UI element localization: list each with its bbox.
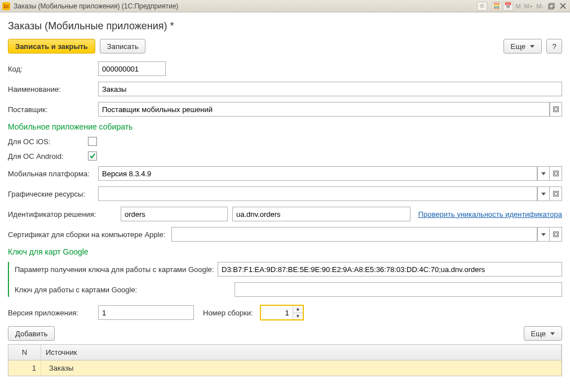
spinner-up-icon[interactable]: ▲ <box>293 306 303 313</box>
write-button[interactable]: Записать <box>100 39 146 54</box>
platform-open-button[interactable] <box>550 166 562 181</box>
platform-dropdown-button[interactable] <box>537 166 550 181</box>
mem-m: M <box>515 3 520 10</box>
cell-n: 1 <box>8 360 41 376</box>
google-key-input[interactable] <box>235 282 562 297</box>
favorite-icon[interactable]: ☆ <box>477 2 487 11</box>
graphics-label: Графические ресурсы: <box>8 190 98 198</box>
build-number-label: Номер сборки: <box>203 309 253 317</box>
name-input[interactable] <box>98 82 562 96</box>
svg-rect-7 <box>554 172 557 175</box>
help-button[interactable]: ? <box>546 39 562 54</box>
vendor-input[interactable] <box>98 102 550 117</box>
google-param-label: Параметр получения ключа для работы с ка… <box>15 265 218 274</box>
add-source-button[interactable]: Добавить <box>8 326 55 341</box>
sources-more-button[interactable]: Еще <box>524 326 562 341</box>
build-number-input[interactable] <box>261 306 293 319</box>
window-restore-icon[interactable] <box>546 2 556 11</box>
svg-rect-0 <box>549 5 553 9</box>
write-and-close-button[interactable]: Записать и закрыть <box>8 39 95 54</box>
page-title: Заказы (Мобильные приложения) * <box>8 20 562 32</box>
sources-table: N Источник 1 Заказы <box>8 344 562 376</box>
window-title: Заказы (Мобильные приложения) (1С:Предпр… <box>14 2 178 10</box>
svg-rect-10 <box>553 232 558 237</box>
titlebar: 1c Заказы (Мобильные приложения) (1С:Пре… <box>0 0 570 12</box>
apple-cert-open-button[interactable] <box>550 227 562 242</box>
android-label: Для ОС Android: <box>8 152 88 161</box>
google-key-label: Ключ для работы с картами Google: <box>15 286 218 294</box>
more-button[interactable]: Еще <box>503 39 542 54</box>
apple-cert-dropdown-button[interactable] <box>537 227 550 242</box>
col-header-n[interactable]: N <box>8 345 41 360</box>
mem-mplus: M+ <box>524 3 533 10</box>
apple-cert-label: Сертификат для сборки на компьютере Appl… <box>8 230 171 239</box>
cell-source: Заказы <box>41 360 562 376</box>
check-uniqueness-link[interactable]: Проверить уникальность идентификатора <box>418 210 562 219</box>
platform-input[interactable] <box>98 166 537 181</box>
mem-mminus: M- <box>536 3 544 10</box>
graphics-input[interactable] <box>98 186 537 201</box>
app-version-label: Версия приложения: <box>8 309 98 317</box>
svg-rect-8 <box>553 191 558 197</box>
window-close-icon[interactable] <box>558 2 568 11</box>
calendar-icon[interactable]: 📅 <box>503 2 513 11</box>
form-toolbar: Записать и закрыть Записать Еще ? <box>8 39 562 54</box>
svg-rect-11 <box>554 233 557 236</box>
code-label: Код: <box>8 65 98 73</box>
spinner-down-icon[interactable]: ▼ <box>293 313 303 320</box>
ios-label: Для ОС iOS: <box>8 137 88 146</box>
app-version-input[interactable] <box>98 305 194 320</box>
graphics-open-button[interactable] <box>550 186 562 201</box>
table-row[interactable]: 1 Заказы <box>8 360 562 376</box>
platform-label: Мобильная платформа: <box>8 170 98 178</box>
graphics-dropdown-button[interactable] <box>537 186 550 201</box>
google-section-title: Ключ для карт Google <box>8 247 562 256</box>
ios-checkbox[interactable] <box>88 137 97 146</box>
build-number-spinner[interactable]: ▲ ▼ <box>260 305 304 320</box>
svg-rect-5 <box>555 108 558 111</box>
solution-id-label: Идентификатор решения: <box>8 210 121 219</box>
svg-rect-4 <box>554 107 559 112</box>
android-checkbox[interactable] <box>88 152 97 161</box>
vendor-open-button[interactable] <box>550 102 562 117</box>
vendor-label: Поставщик: <box>8 105 98 114</box>
app-logo-icon: 1c <box>2 2 10 10</box>
code-input[interactable] <box>98 61 166 76</box>
build-section-title: Мобильное приложение собирать <box>8 122 562 131</box>
svg-rect-1 <box>550 3 554 8</box>
google-param-input[interactable] <box>218 262 562 277</box>
col-header-source[interactable]: Источник <box>41 345 562 360</box>
apple-cert-input[interactable] <box>171 227 537 242</box>
name-label: Наименование: <box>8 85 98 93</box>
calculator-icon[interactable]: 🧮 <box>492 2 502 11</box>
solution-id-short-input[interactable] <box>121 207 228 221</box>
solution-id-full-input[interactable] <box>232 207 410 221</box>
svg-rect-9 <box>554 193 557 195</box>
svg-rect-6 <box>553 171 558 176</box>
